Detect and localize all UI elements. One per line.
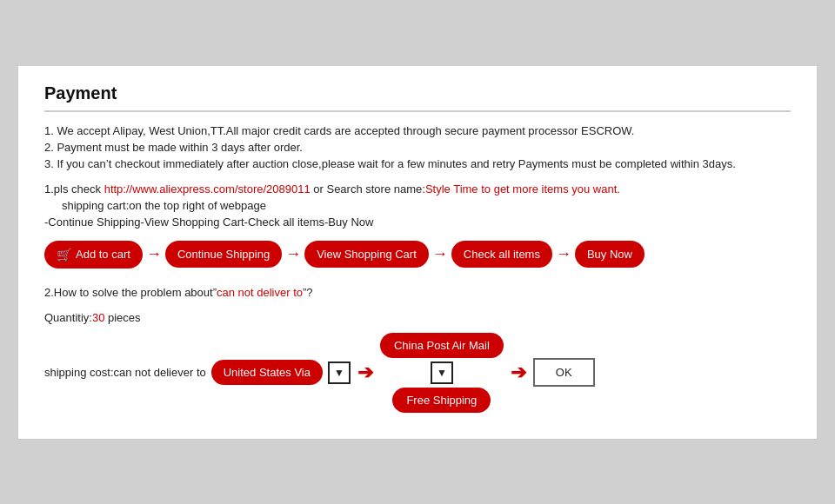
section2-suffix: ”?	[303, 286, 313, 299]
section2-highlight: can not deliver to	[217, 286, 303, 299]
section2-title: 2.How to solve the problem about”can not…	[44, 286, 791, 299]
shipping-cart-line: shipping cart:on the top right of webpag…	[62, 199, 791, 212]
quantity-value: 30	[92, 311, 104, 324]
view-shopping-cart-button[interactable]: View Shopping Cart	[304, 241, 429, 268]
page-title: Payment	[44, 83, 791, 112]
shipping-line: shipping cost:can not deliever to United…	[44, 333, 791, 413]
check-middle: or Search store name:	[311, 182, 425, 196]
arrow-3: →	[432, 245, 448, 263]
store-link[interactable]: http://www.aliexpress.com/store/2089011	[104, 182, 311, 196]
arrow-to-ok: ➔	[511, 361, 526, 384]
ok-button[interactable]: OK	[533, 358, 595, 387]
dest-dropdown[interactable]: ▼	[328, 361, 351, 384]
china-post-button[interactable]: China Post Air Mail	[380, 333, 504, 358]
options-stack: China Post Air Mail ▼ Free Shipping	[380, 333, 504, 413]
section2-prefix: 2.How to solve the problem about”	[44, 286, 217, 299]
quantity-prefix: Quantitiy:	[44, 311, 92, 324]
quantity-line: Quantitiy:30 pieces	[44, 311, 791, 324]
page-container: Payment 1. We accept Alipay, West Union,…	[17, 65, 818, 440]
arrow-2: →	[285, 245, 301, 263]
payment-item-1: 1. We accept Alipay, West Union,TT.All m…	[44, 124, 791, 137]
payment-item-2: 2. Payment must be made within 3 days af…	[44, 141, 791, 154]
add-to-cart-button[interactable]: 🛒 Add to cart	[44, 241, 143, 269]
payment-list: 1. We accept Alipay, West Union,TT.All m…	[44, 124, 791, 170]
payment-item-3: 3. If you can’t checkout immediately aft…	[44, 157, 791, 170]
check-all-items-button[interactable]: Check all items	[451, 241, 552, 268]
arrow-to-options: ➔	[357, 361, 373, 384]
shipping-prefix: shipping cost:can not deliever to	[44, 366, 206, 379]
destination-button[interactable]: United States Via	[211, 360, 323, 385]
check-line: 1.pls check http://www.aliexpress.com/st…	[44, 182, 791, 196]
continue-line: -Continue Shipping-View Shopping Cart-Ch…	[44, 216, 791, 229]
continue-shipping-button[interactable]: Continue Shipping	[165, 241, 282, 268]
dropdown-arrow-icon: ▼	[334, 367, 344, 379]
check-prefix: 1.pls check	[44, 182, 104, 196]
shipping-dropdown-icon: ▼	[437, 367, 447, 379]
arrow-4: →	[556, 245, 571, 263]
cart-icon: 🛒	[57, 248, 71, 262]
store-name-label: Style Time to get more items you want.	[425, 182, 620, 196]
arrow-1: →	[146, 245, 162, 263]
workflow: 🛒 Add to cart → Continue Shipping → View…	[44, 241, 791, 269]
shipping-method-dropdown[interactable]: ▼	[431, 361, 453, 384]
free-shipping-button[interactable]: Free Shipping	[392, 388, 491, 413]
quantity-suffix: pieces	[104, 311, 140, 324]
buy-now-button[interactable]: Buy Now	[575, 241, 645, 268]
